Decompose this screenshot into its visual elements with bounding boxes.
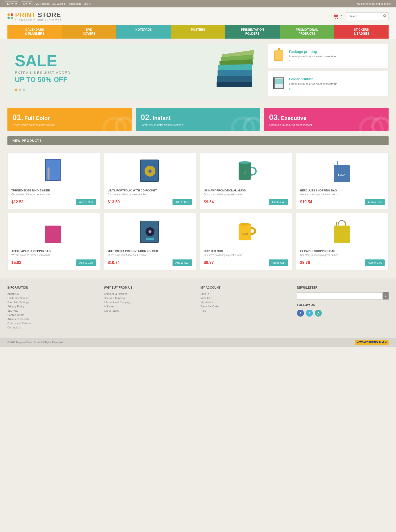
- package-printing-content: Package printing Lorem ipsum dolor sit a…: [289, 50, 337, 62]
- footer-why-link[interactable]: International Shipping: [104, 301, 196, 304]
- add-to-cart-button-1[interactable]: Add to Cart: [173, 199, 192, 205]
- rss-icon[interactable]: [315, 310, 322, 317]
- add-to-cart-button-5[interactable]: Add to Cart: [173, 259, 192, 266]
- product-price-2: $9.54: [204, 200, 214, 204]
- add-to-cart-button-4[interactable]: Add to Cart: [76, 259, 96, 266]
- product-price-4: $5.02: [11, 260, 21, 265]
- new-products-title: NEW PRODUCTS: [7, 136, 389, 145]
- footer-why-link[interactable]: Secure Shopping: [104, 297, 196, 300]
- product-desc-4: We are proud to provide you with th...: [11, 254, 96, 257]
- logo-tagline: THE BIGGEST CHOICE ON THE WEB: [15, 19, 61, 21]
- add-to-cart-button-2[interactable]: Add to Cart: [269, 199, 289, 205]
- footer-account-link[interactable]: Help: [200, 309, 292, 312]
- footer-why-link[interactable]: Affiliates: [104, 305, 196, 308]
- twitter-icon[interactable]: t: [306, 310, 313, 317]
- svg-point-31: [149, 170, 151, 172]
- top-my-account[interactable]: My Account: [35, 2, 50, 5]
- add-to-cart-button-7[interactable]: Add to Cart: [365, 259, 385, 266]
- top-bar-welcome: Welcome to our online store!: [356, 2, 391, 5]
- footer-info-link[interactable]: Advanced Search: [7, 318, 99, 321]
- footer-info-link[interactable]: Contact Us: [7, 326, 99, 329]
- language-selector[interactable]: En ▾: [5, 1, 18, 6]
- footer-info-link[interactable]: Search Terms: [7, 313, 99, 316]
- facebook-icon[interactable]: f: [297, 310, 304, 317]
- svg-point-48: [239, 223, 251, 226]
- logo[interactable]: PRINT STORE THE BIGGEST CHOICE ON THE WE…: [7, 11, 61, 21]
- svg-text:star: star: [242, 232, 248, 236]
- top-login[interactable]: Log In: [84, 2, 91, 5]
- feature-box-instant: 02. Instant Lorem ipsum dolor sit amet c…: [136, 108, 260, 131]
- product-name-3: HERCULES SHOPPING BAG: [300, 189, 385, 192]
- footer-info-link[interactable]: Privacy Policy: [7, 305, 99, 308]
- search-box: [346, 12, 389, 20]
- package-printing-image: [272, 47, 287, 65]
- hero-dot-1[interactable]: [15, 89, 17, 91]
- product-name-2: US NAVY PROMOTIONAL MUGS: [204, 189, 289, 192]
- footer-account-link[interactable]: View Cart: [200, 297, 292, 300]
- nav-item-notepads[interactable]: Notepads: [116, 25, 171, 39]
- currency-selector[interactable]: $ ▾: [21, 1, 32, 6]
- newsletter-email-input[interactable]: [297, 292, 383, 300]
- footer-info-link[interactable]: About Us: [7, 292, 99, 295]
- svg-rect-20: [275, 79, 283, 84]
- footer-why-buy: WHY BUY FROM US Shipping & ReturnsSecure…: [104, 286, 196, 330]
- footer-my-account: MY ACCOUNT Sign InView CartMy WishlistTr…: [200, 286, 292, 330]
- product-bottom-4: $5.02 Add to Cart: [11, 259, 96, 266]
- add-to-cart-button-0[interactable]: Add to Cart: [76, 199, 96, 205]
- svg-rect-9: [217, 76, 252, 83]
- product-image-2: ⚓: [204, 156, 289, 186]
- top-my-wishlist[interactable]: My Wishlist: [52, 2, 66, 5]
- footer-account-link[interactable]: Track My Order: [200, 305, 292, 308]
- follow-us-title: FOLLOW US: [297, 303, 389, 307]
- footer-why-link[interactable]: Shipping & Returns: [104, 292, 196, 295]
- svg-rect-50: [334, 226, 350, 243]
- svg-rect-46: [146, 238, 154, 240]
- nav-item-stickers[interactable]: Stickers& badges: [334, 25, 389, 39]
- svg-text:Dove: Dove: [338, 173, 345, 177]
- footer-why-links: Shipping & ReturnsSecure ShoppingInterna…: [104, 292, 196, 312]
- nav-item-presentation[interactable]: Presentationfolders: [225, 25, 280, 39]
- cart-icon[interactable]: 0: [332, 13, 342, 19]
- add-to-cart-button-3[interactable]: Add to Cart: [365, 199, 385, 205]
- paypal-badge: NOW ACCEPTING PayPal: [355, 340, 389, 345]
- feature-num-3: 03.: [269, 113, 280, 122]
- product-card-0: TURNED EDGE RING BINDER Our store is off…: [7, 152, 100, 209]
- nav-item-promotional[interactable]: Promotionalproducts: [280, 25, 334, 39]
- footer-newsletter-title: NEWSLETTER: [297, 286, 389, 289]
- search-input[interactable]: [346, 13, 381, 20]
- footer-info-link[interactable]: Customer Service: [7, 297, 99, 300]
- copyright-text: © 2012 Magento Demo Store. All Rights Re…: [7, 341, 63, 344]
- product-name-6: DURHAM MUG: [204, 250, 289, 253]
- product-bottom-6: $8.97 Add to Cart: [204, 259, 289, 266]
- hero-card-package: Package printing Lorem ipsum dolor sit a…: [268, 44, 389, 69]
- hero-dot-3[interactable]: [23, 89, 25, 91]
- footer-info-link[interactable]: Site Map: [7, 309, 99, 312]
- footer-account-link[interactable]: My Wishlist: [200, 301, 292, 304]
- feature-box-executive: 03. Executive Lorem ipsum dolor sit amet…: [264, 108, 389, 131]
- footer-info-link[interactable]: Orders and Returns: [7, 322, 99, 325]
- search-button[interactable]: [381, 13, 388, 20]
- features-section: 01. Full Color Lorem ipsum dolor sit ame…: [0, 105, 396, 136]
- logo-dot-green: [11, 17, 13, 19]
- folder-printing-more[interactable]: »: [289, 87, 291, 90]
- top-checkout[interactable]: Checkout: [69, 2, 80, 5]
- hero-dot-2[interactable]: [19, 89, 21, 91]
- nav-item-dvd[interactable]: Dvdcovers: [62, 25, 116, 39]
- nav-item-calendars[interactable]: Calendars& Planners: [7, 25, 62, 39]
- logo-name: PRINT STORE: [15, 11, 61, 19]
- footer-info-links: About UsCustomer ServiceTemplate Setting…: [7, 292, 99, 329]
- products-grid: TURNED EDGE RING BINDER Our store is off…: [7, 152, 389, 270]
- logo-dot-orange: [7, 13, 10, 16]
- main-nav: Calendars& Planners Dvdcovers Notepads P…: [0, 25, 396, 39]
- newsletter-submit-button[interactable]: ›: [383, 292, 389, 300]
- hero-sidebar: Package printing Lorem ipsum dolor sit a…: [268, 44, 389, 100]
- package-printing-more[interactable]: »: [289, 59, 291, 62]
- feature-title-3: Executive: [281, 115, 306, 121]
- footer-why-link[interactable]: Group Sales: [104, 309, 196, 312]
- feature-num-2: 02.: [141, 113, 151, 122]
- footer-account-link[interactable]: Sign In: [200, 292, 292, 295]
- footer-newsletter-col: NEWSLETTER › FOLLOW US f t: [297, 286, 389, 330]
- footer-info-link[interactable]: Template Settings: [7, 301, 99, 304]
- nav-item-posters[interactable]: Posters: [171, 25, 225, 39]
- add-to-cart-button-6[interactable]: Add to Cart: [269, 259, 289, 266]
